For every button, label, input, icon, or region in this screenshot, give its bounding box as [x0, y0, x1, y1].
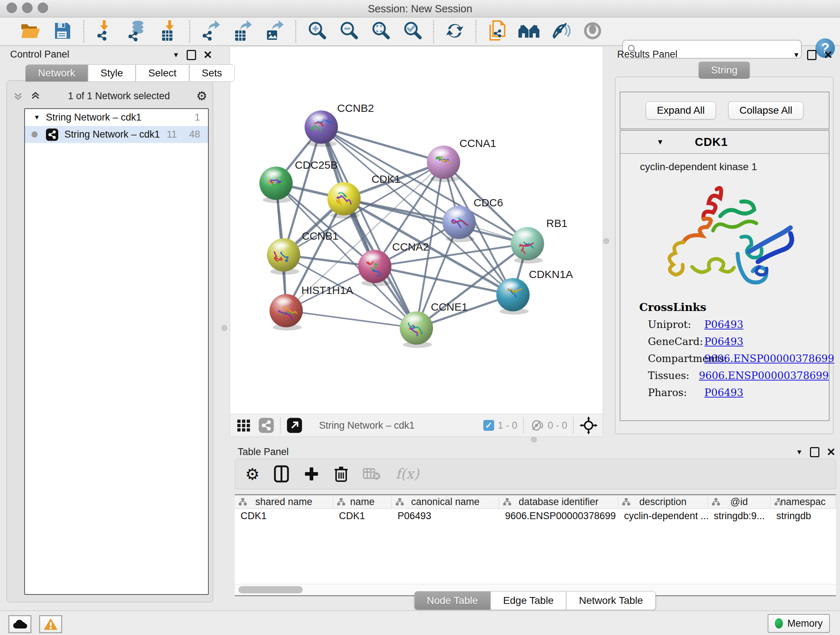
cloud-status-button[interactable] [8, 615, 32, 633]
control-panel-close-icon[interactable]: ✕ [203, 51, 212, 59]
network-node-CDKN1A[interactable]: CDKN1A [496, 268, 573, 315]
left-splitter-handle[interactable] [221, 325, 227, 331]
scrollbar-thumb[interactable] [238, 586, 303, 593]
network-node-RB1[interactable]: RB1 [511, 217, 567, 264]
table-panel-collapse-icon[interactable]: ▼ [796, 448, 803, 456]
network-node-HIST1H1A[interactable]: HIST1H1A [270, 284, 353, 331]
window-title: Session: New Session [0, 3, 840, 15]
tab-network[interactable]: Network [25, 65, 88, 82]
column-header-database-identifier[interactable]: database identifier [499, 495, 618, 508]
network-node-CCNE1[interactable]: CCNE1 [400, 301, 468, 348]
zoom-out-icon [339, 21, 359, 42]
control-panel-collapse-icon[interactable]: ▼ [172, 51, 180, 59]
network-options-gear-icon[interactable]: ⚙ [196, 89, 207, 103]
tab-style[interactable]: Style [88, 65, 136, 82]
refresh-view-icon [445, 21, 465, 42]
crosslink-link[interactable]: P06493 [704, 318, 744, 331]
tab-node-table[interactable]: Node Table [414, 591, 491, 610]
import-network-icon [95, 20, 115, 43]
network-view-toolbar: String Network – cdk1 ✓ 1 - 0 0 - 0 [230, 414, 603, 437]
collection-expand-icon[interactable]: ▼ [34, 114, 40, 121]
add-column-plus-icon[interactable] [303, 466, 319, 482]
tab-edge-table[interactable]: Edge Table [491, 591, 567, 610]
tab-select[interactable]: Select [136, 65, 189, 82]
gene-description: cyclin-dependent kinase 1 [640, 161, 829, 173]
table-cell[interactable]: CDK1 [235, 510, 333, 522]
gene-header[interactable]: ▼ CDK1 [621, 131, 829, 154]
column-header-description[interactable]: description [618, 495, 708, 508]
crosshair-icon[interactable] [579, 416, 598, 434]
zoom-selected-button[interactable] [401, 20, 424, 43]
table-panel-float-icon[interactable] [810, 447, 819, 457]
warning-status-button[interactable] [39, 615, 62, 633]
expand-all-icon[interactable] [29, 90, 42, 102]
column-header-name[interactable]: name [333, 495, 392, 508]
zoom-out-button[interactable] [338, 20, 360, 43]
zoom-fit-button[interactable] [369, 20, 392, 43]
gene-expand-icon[interactable]: ▼ [657, 138, 664, 146]
crosslink-link[interactable]: P06493 [704, 336, 744, 348]
zoom-in-button[interactable] [306, 20, 328, 43]
results-panel-collapse-icon[interactable]: ▼ [793, 51, 800, 59]
table-panel-close-icon[interactable]: ✕ [827, 448, 836, 456]
refresh-view-button[interactable] [444, 20, 466, 43]
tab-network-table[interactable]: Network Table [566, 591, 655, 610]
network-row[interactable]: String Network – cdk1 11 48 [25, 126, 208, 143]
hide-panel-button[interactable] [549, 20, 572, 43]
table-cell[interactable]: stringdb [771, 510, 836, 522]
control-panel-float-icon[interactable] [187, 50, 196, 60]
share-file-button[interactable] [486, 20, 508, 43]
column-header-namespac[interactable]: namespac [771, 495, 836, 508]
grid-view-icon[interactable] [236, 417, 252, 433]
results-panel-float-icon[interactable] [807, 50, 816, 60]
column-header--id[interactable]: @id [708, 495, 771, 508]
table-settings-gear-icon[interactable]: ⚙ [245, 465, 259, 483]
collapse-all-icon[interactable] [12, 90, 24, 102]
export-table-button[interactable] [232, 20, 254, 43]
home-panel-button[interactable] [518, 20, 540, 43]
table-cell[interactable]: cyclin-dependent ... [618, 510, 708, 522]
bottom-splitter-handle[interactable] [531, 437, 537, 442]
network-share-icon [46, 128, 58, 141]
column-header-canonical-name[interactable]: canonical name [392, 495, 499, 508]
open-in-window-icon[interactable] [286, 417, 302, 433]
table-cell[interactable]: 9606.ENSP00000378699 [499, 510, 618, 522]
results-panel-close-icon[interactable]: ✕ [824, 51, 833, 59]
node-label-CCNA1: CCNA1 [459, 137, 496, 149]
edge-CCNB2-CCNE1[interactable] [321, 127, 416, 328]
import-table-button[interactable] [157, 20, 180, 43]
crosslink-link[interactable]: P06493 [704, 386, 744, 399]
collapse-all-button[interactable]: Collapse All [728, 101, 804, 119]
crosslink-link[interactable]: 9606.ENSP00000378699 [699, 370, 829, 382]
edge-CCNB2-CCNA1[interactable] [321, 127, 444, 162]
expand-all-button[interactable]: Expand All [646, 101, 716, 119]
selected-checkbox-icon[interactable]: ✓ [483, 420, 494, 431]
right-splitter-handle[interactable] [603, 238, 609, 244]
network-collection-row[interactable]: ▼ String Network – cdk1 1 [25, 109, 208, 126]
edge-HIST1H1A-CCNE1[interactable] [286, 310, 416, 328]
table-cell[interactable]: P06493 [392, 510, 499, 522]
crosslink-link[interactable]: 9606.ENSP00000378699 [704, 353, 834, 364]
appearance-button[interactable] [581, 20, 604, 43]
export-network-button[interactable] [200, 20, 222, 43]
import-network-button[interactable] [94, 20, 116, 43]
open-session-button[interactable] [19, 20, 42, 43]
memory-button[interactable]: Memory [767, 614, 830, 633]
network-node-CDC25B[interactable]: CDC25B [259, 159, 338, 203]
table-cell[interactable]: stringdb:9... [708, 510, 771, 522]
table-row[interactable]: CDK1CDK1P064939606.ENSP00000378699cyclin… [235, 509, 836, 523]
import-database-button[interactable] [126, 20, 148, 43]
save-session-button[interactable] [51, 20, 74, 43]
network-share-view-icon[interactable] [258, 417, 274, 433]
table-cell[interactable]: CDK1 [333, 510, 392, 522]
tab-string[interactable]: String [698, 62, 750, 79]
network-node-CCNB1[interactable]: CCNB1 [267, 230, 339, 275]
show-columns-icon[interactable] [274, 465, 289, 483]
network-node-CCNA1[interactable]: CCNA1 [427, 137, 496, 182]
network-canvas[interactable]: CCNB2CCNA1CDC25BCDK1CDC6RB1CCNB1CCNA2CDK… [230, 46, 603, 415]
delete-column-trash-icon[interactable] [334, 465, 348, 483]
node-table[interactable]: shared namenamecanonical namedatabase id… [235, 494, 836, 585]
tab-sets[interactable]: Sets [189, 65, 235, 82]
column-header-shared-name[interactable]: shared name [235, 495, 333, 508]
export-image-button[interactable] [264, 20, 286, 43]
